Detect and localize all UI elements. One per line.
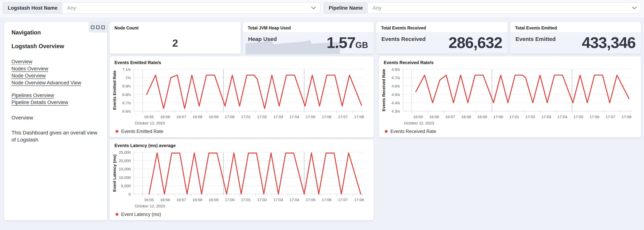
events-received-rate-plot[interactable]: 4.8/s4.7/s4.6/s4.5/s4.4/s4.3/s16:5516:56… <box>379 67 636 126</box>
sidebar-link-nodes-overview[interactable]: Nodes Overview <box>12 65 100 72</box>
series-line[interactable] <box>147 75 362 109</box>
y-tick-label: 6.6/s <box>122 109 131 113</box>
events-latency-plot[interactable]: 25,00020,00015,00010,0005,000016:5516:56… <box>110 150 369 209</box>
x-tick-label: 16:57 <box>176 198 186 202</box>
logstash-host-filter-label: Logstash Host Name <box>3 2 62 13</box>
panel-title: Total Events Emitted <box>510 22 641 32</box>
pipeline-name-filter-value: Any <box>368 2 628 13</box>
chevron-down-icon[interactable] <box>628 2 641 13</box>
legend-dot-icon <box>116 213 118 216</box>
x-tick-label: 17:03 <box>542 115 551 119</box>
events-emitted-label: Events Emitted <box>516 36 556 42</box>
x-tick-label: 16:56 <box>429 115 439 119</box>
pipeline-name-filter-label: Pipeline Name <box>324 2 368 13</box>
nav-link-group-2: Pipelines Overview Pipeline Details Over… <box>12 92 100 106</box>
x-tick-label: 16:56 <box>160 198 170 202</box>
navigation-heading: Navigation <box>12 29 100 36</box>
panel-options-icon <box>96 26 100 29</box>
node-count-value: 2 <box>110 32 241 54</box>
panel-options-icon <box>91 26 94 29</box>
legend-item-events-emitted-rate[interactable]: Events Emitted Rate <box>116 129 163 134</box>
x-axis-date-label: October 12, 2023 <box>404 121 434 125</box>
sidebar-link-pipeline-details-overview[interactable]: Pipeline Details Overview <box>12 99 100 106</box>
sidebar-link-node-overview-advanced[interactable]: Node Overview Advanced View <box>12 79 100 86</box>
x-tick-label: 17:07 <box>606 115 615 119</box>
panel-title: Total JVM Heap Used <box>243 22 374 32</box>
panel-options-icon <box>101 26 105 29</box>
x-tick-label: 17:04 <box>290 198 299 202</box>
events-latency-chart-panel: Events Latency (ms) average 25,00020,000… <box>110 139 374 220</box>
panel-options-button[interactable] <box>88 22 107 32</box>
y-tick-label: 7/s <box>126 76 131 80</box>
dashboard-screen: Logstash Host Name Any Pipeline Name Any… <box>0 0 644 230</box>
x-tick-label: 17:06 <box>322 115 332 119</box>
y-tick-label: 6.9/s <box>122 84 131 88</box>
y-tick-label: 15,000 <box>119 167 131 171</box>
navigation-panel: Navigation Logstash Overview Overview No… <box>4 22 107 220</box>
events-emitted-rate-plot[interactable]: 7.1/s7/s6.9/s6.8/s6.7/s6.6/s16:5516:5616… <box>110 67 369 126</box>
x-tick-label: 16:55 <box>413 115 423 119</box>
y-tick-label: 4.3/s <box>392 109 400 113</box>
x-tick-label: 17:02 <box>526 115 535 119</box>
x-tick-label: 17:04 <box>558 115 567 119</box>
series-line[interactable] <box>149 153 361 194</box>
y-tick-label: 10,000 <box>119 175 131 180</box>
sidebar-link-node-overview[interactable]: Node Overview <box>12 72 100 79</box>
y-tick-label: 20,000 <box>119 158 131 163</box>
x-tick-label: 17:01 <box>510 115 519 119</box>
chevron-down-icon[interactable] <box>307 2 320 13</box>
x-axis-date-label: October 12, 2023 <box>135 121 165 125</box>
x-tick-label: 17:00 <box>225 115 234 119</box>
x-tick-label: 17:06 <box>322 198 332 202</box>
heap-used-number: 1.57 <box>327 35 356 50</box>
pipeline-name-filter[interactable]: Pipeline Name Any <box>324 2 642 14</box>
sidebar-link-pipelines-overview[interactable]: Pipelines Overview <box>12 92 100 99</box>
x-tick-label: 17:03 <box>273 115 283 119</box>
jvm-heap-panel: Total JVM Heap Used Heap Used 1.57GB <box>243 22 374 54</box>
x-tick-label: 17:07 <box>338 115 348 119</box>
x-tick-label: 17:08 <box>354 115 364 119</box>
dashboard-description: This Dashboard gives an overall view of … <box>12 129 100 143</box>
series-line[interactable] <box>416 75 629 103</box>
x-tick-label: 16:59 <box>477 115 487 119</box>
x-tick-label: 16:56 <box>160 115 170 119</box>
y-tick-label: 4.4/s <box>392 101 400 105</box>
legend-item-event-latency[interactable]: Event Latency (ms) <box>116 212 161 217</box>
legend-label: Events Emitted Rate <box>121 129 163 134</box>
y-tick-label: 4.7/s <box>392 76 400 80</box>
y-tick-label: 7.1/s <box>122 67 131 72</box>
legend-label: Event Latency (ms) <box>121 212 161 217</box>
events-received-rate-chart-panel: Events Received Rate/s 4.8/s4.7/s4.6/s4.… <box>379 56 641 138</box>
y-tick-label: 4.6/s <box>392 84 400 88</box>
nav-link-group-1: Overview Nodes Overview Node Overview No… <box>12 58 100 86</box>
y-axis-title: Events Emitted Rate <box>112 70 117 110</box>
x-tick-label: 17:00 <box>225 198 234 202</box>
y-tick-label: 6.7/s <box>122 101 131 105</box>
events-received-panel: Total Events Received Events Received 28… <box>376 22 508 54</box>
x-tick-label: 16:57 <box>176 115 186 119</box>
x-tick-label: 17:08 <box>622 115 632 119</box>
x-tick-label: 17:02 <box>257 198 267 202</box>
events-received-label: Events Received <box>382 36 426 42</box>
jvm-heap-metric-area: Heap Used 1.57GB <box>243 32 374 54</box>
y-tick-label: 5,000 <box>121 184 131 188</box>
heap-used-label: Heap Used <box>248 36 277 42</box>
y-axis-title: Event Latency (ms) <box>112 154 117 192</box>
sidebar-link-overview[interactable]: Overview <box>12 58 100 65</box>
x-axis-date-label: October 12, 2023 <box>135 204 165 208</box>
x-tick-label: 17:01 <box>241 115 251 119</box>
x-tick-label: 17:02 <box>257 115 267 119</box>
logstash-host-filter-value: Any <box>62 2 307 13</box>
x-tick-label: 16:58 <box>192 115 202 119</box>
y-tick-label: 25,000 <box>119 150 131 154</box>
logstash-host-filter[interactable]: Logstash Host Name Any <box>2 2 320 14</box>
panel-title: Node Count <box>110 22 241 32</box>
x-tick-label: 16:59 <box>209 198 218 202</box>
filter-bar: Logstash Host Name Any Pipeline Name Any <box>2 2 642 14</box>
legend-item-events-received-rate[interactable]: Events Received Rate <box>385 129 436 134</box>
events-emitted-value: 433,346 <box>582 35 636 50</box>
events-emitted-rate-chart-panel: Events Emitted Rate/s 7.1/s7/s6.9/s6.8/s… <box>110 56 374 138</box>
y-tick-label: 4.8/s <box>392 67 400 72</box>
x-tick-label: 17:07 <box>338 198 348 202</box>
x-tick-label: 17:01 <box>241 198 251 202</box>
